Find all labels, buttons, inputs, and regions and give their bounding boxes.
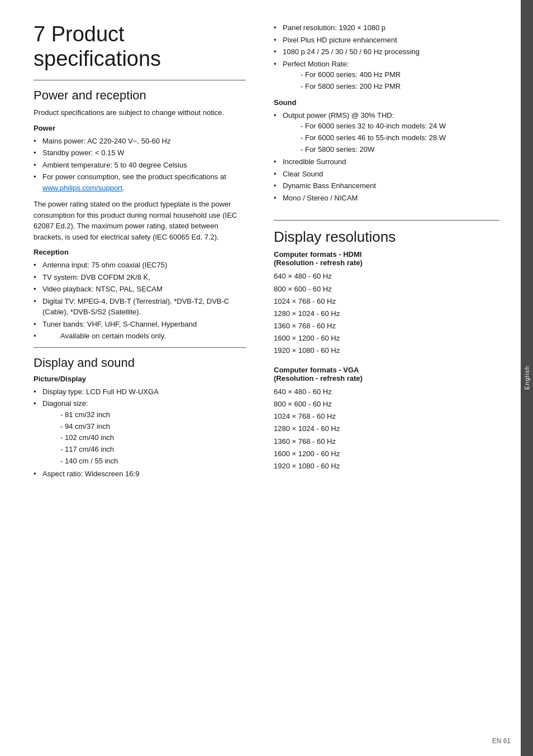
footer-text: EN 61 — [492, 737, 511, 745]
resolution-item: 1024 × 768 - 60 Hz — [274, 295, 499, 308]
list-item: 1080 p 24 / 25 / 30 / 50 / 60 Hz process… — [274, 46, 499, 58]
section1-title: Power and reception — [34, 88, 246, 103]
resolution-item: 1280 × 1024 - 60 Hz — [274, 423, 499, 435]
list-item: Digital TV: MPEG-4, DVB-T (Terrestrial),… — [34, 296, 246, 318]
diagonal-item: - 102 cm/40 inch — [60, 432, 246, 444]
sidebar-label: English — [524, 366, 530, 390]
list-item: TV system: DVB COFDM 2K/8 K, — [34, 272, 246, 283]
resolution-item: 640 × 480 - 60 Hz — [274, 270, 499, 283]
section3-divider — [274, 220, 499, 221]
diagonal-sub-items: - 81 cm/32 inch - 94 cm/37 inch - 102 cm… — [42, 409, 246, 467]
diagonal-item: - 94 cm/37 inch — [60, 421, 246, 433]
resolution-item: 1024 × 768 - 60 Hz — [274, 410, 499, 423]
resolution-item: 1600 × 1200 - 60 Hz — [274, 448, 499, 460]
sound-output-item: - For 6000 series 46 to 55-inch models: … — [301, 132, 499, 144]
sound-output-item: - For 6000 series 32 to 40-inch models: … — [301, 121, 499, 132]
resolution-item: 1360 × 768 - 60 Hz — [274, 320, 499, 332]
list-item: Clear Sound — [274, 169, 499, 180]
sound-heading: Sound — [274, 98, 499, 107]
resolution-item: 1280 × 1024 - 60 Hz — [274, 308, 499, 320]
list-item: Panel resolution: 1920 × 1080 p — [274, 22, 499, 34]
diagonal-item: - 81 cm/32 inch — [60, 409, 246, 421]
list-item: Antenna input: 75 ohm coaxial (IEC75) — [34, 260, 246, 271]
reception-heading: Reception — [34, 248, 246, 256]
list-item: For power consumption, see the product s… — [34, 171, 246, 193]
list-item: Mono / Stereo / NICAM — [274, 193, 499, 204]
picture-heading: Picture/Display — [34, 375, 246, 383]
pmr-sub: - For 6000 series: 400 Hz PMR - For 5800… — [283, 69, 499, 93]
list-item: Dynamic Bass Enhancement — [274, 180, 499, 192]
reception-list: Antenna input: 75 ohm coaxial (IEC75) TV… — [34, 260, 246, 342]
right-column: Panel resolution: 1920 × 1080 p Pixel Pl… — [263, 22, 499, 734]
resolution-item: 640 × 480 - 60 Hz — [274, 386, 499, 398]
pmr-item: - For 5800 series: 200 Hz PMR — [301, 81, 499, 93]
diagonal-item: - 117 cm/46 inch — [60, 444, 246, 456]
section1-divider — [34, 80, 246, 80]
section2-title: Display and sound — [34, 356, 246, 370]
list-item: Mains power: AC 220-240 V~, 50-60 Hz — [34, 136, 246, 147]
list-item: Ambient temperature: 5 to 40 degree Cels… — [34, 160, 246, 171]
resolution-item: 800 × 600 - 60 Hz — [274, 398, 499, 410]
section3-title: Display resolutions — [274, 228, 499, 246]
power-note-text: The power rating stated on the product t… — [34, 199, 246, 242]
resolution-item: 1920 × 1080 - 60 Hz — [274, 344, 499, 357]
philips-support-link[interactable]: www.philips.com/support — [42, 184, 122, 192]
list-item: Standby power: < 0.15 W — [34, 147, 246, 159]
resolution-item: 1600 × 1200 - 60 Hz — [274, 332, 499, 344]
pmr-item: - For 6000 series: 400 Hz PMR — [301, 69, 499, 81]
sidebar-tab: English — [521, 0, 533, 756]
picture-list: Display type: LCD Full HD W-UXGA Diagona… — [34, 386, 246, 479]
content-area: 7 Product specifications Power and recep… — [0, 0, 533, 756]
intro-text: Product specifications are subject to ch… — [34, 107, 246, 118]
list-item: Pixel Plus HD picture enhancement — [274, 35, 499, 46]
list-item: Tuner bands: VHF, UHF, S-Channel, Hyperb… — [34, 319, 246, 330]
diagonal-item: - 140 cm / 55 inch — [60, 456, 246, 467]
list-item: Incredible Surround — [274, 156, 499, 168]
resolution-item: 1360 × 768 - 60 Hz — [274, 436, 499, 448]
power-heading: Power — [34, 124, 246, 132]
hdmi-heading: Computer formats - HDMI (Resolution - re… — [274, 250, 499, 267]
page: English 7 Product specifications Power a… — [0, 0, 533, 756]
resolution-item: 1920 × 1080 - 60 Hz — [274, 460, 499, 472]
vga-resolution-list: 640 × 480 - 60 Hz 800 × 600 - 60 Hz 1024… — [274, 386, 499, 472]
display-sound-list: Panel resolution: 1920 × 1080 p Pixel Pl… — [274, 22, 499, 93]
section2-divider — [34, 347, 246, 348]
left-column: 7 Product specifications Power and recep… — [34, 22, 246, 734]
list-item: Video playback: NTSC, PAL, SECAM — [34, 284, 246, 295]
display-sound-continued: Panel resolution: 1920 × 1080 p Pixel Pl… — [274, 22, 499, 203]
footer: EN 61 — [492, 737, 511, 745]
hdmi-resolution-list: 640 × 480 - 60 Hz 800 × 600 - 60 Hz 1024… — [274, 270, 499, 357]
resolution-item: 800 × 600 - 60 Hz — [274, 283, 499, 295]
power-list: Mains power: AC 220-240 V~, 50-60 Hz Sta… — [34, 136, 246, 194]
page-title: 7 Product specifications — [34, 22, 246, 71]
sound-output-sub: - For 6000 series 32 to 40-inch models: … — [283, 121, 499, 155]
vga-heading: Computer formats - VGA (Resolution - ref… — [274, 366, 499, 382]
list-item: Output power (RMS) @ 30% THD: - For 6000… — [274, 110, 499, 156]
list-item: Display type: LCD Full HD W-UXGA — [34, 386, 246, 398]
list-item: Perfect Motion Rate: - For 6000 series: … — [274, 59, 499, 93]
sound-output-item: - For 5800 series: 20W — [301, 144, 499, 156]
display-resolutions-section: Display resolutions Computer formats - H… — [274, 220, 499, 472]
list-item: Diagonal size: - 81 cm/32 inch - 94 cm/3… — [34, 398, 246, 467]
list-item: Aspect ratio: Widescreen 16:9 — [34, 468, 246, 480]
sound-list: Output power (RMS) @ 30% THD: - For 6000… — [274, 110, 499, 204]
list-item: Available on certain models only. — [34, 331, 246, 342]
